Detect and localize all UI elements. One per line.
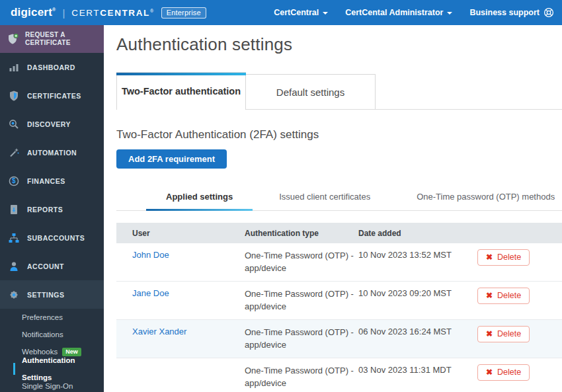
authentication-type-cell: One-Time Password (OTP) -app/device xyxy=(245,326,358,351)
sidebar-item-label: AUTOMATION xyxy=(27,149,77,157)
user-link[interactable]: John Doe xyxy=(132,250,169,260)
table-row: Xavier Xander One-Time Password (OTP) -a… xyxy=(116,320,562,358)
sidebar-item-automation[interactable]: AUTOMATION xyxy=(0,138,104,167)
table-header: User Authentication type Date added xyxy=(116,223,562,243)
add-2fa-requirement-button[interactable]: Add 2FA requirement xyxy=(116,149,227,169)
sidebar-item-reports[interactable]: REPORTS xyxy=(0,195,104,223)
subtab-otp-methods[interactable]: One-Time password (OTP) methods xyxy=(397,186,562,210)
top-header: digicert® | CERTCENTRAL® Enterprise Cert… xyxy=(0,0,562,25)
certcentral-logo: CERTCENTRAL® xyxy=(71,8,154,18)
sidebar-item-label: CERTIFICATES xyxy=(27,92,81,100)
account-person-icon xyxy=(8,260,20,272)
date-added-cell: 06 Nov 2023 16:24 MST xyxy=(358,326,477,336)
support-lifering-icon xyxy=(543,7,554,18)
sidebar-item-label: SUBACCOUNTS xyxy=(27,234,85,242)
tab-two-factor-authentication[interactable]: Two-Factor authentication xyxy=(116,72,246,110)
delete-button[interactable]: ✖Delete xyxy=(477,364,530,381)
enterprise-badge: Enterprise xyxy=(161,7,206,19)
shield-plus-icon xyxy=(7,33,19,45)
sidebar-subitem-single-sign-on[interactable]: Single Sign-On xyxy=(0,377,104,392)
authentication-type-cell: One-Time Password (OTP) -app/device xyxy=(245,288,358,313)
tab-bar: Two-Factor authentication Default settin… xyxy=(116,72,562,110)
subtab-issued-client-certificates[interactable]: Issued client certificates xyxy=(259,186,390,210)
business-support-label: Business support xyxy=(469,8,540,17)
reports-document-icon xyxy=(8,204,20,216)
delete-x-icon: ✖ xyxy=(486,330,493,338)
2fa-users-table: User Authentication type Date added John… xyxy=(116,223,562,392)
sidebar-item-label: SETTINGS xyxy=(27,291,65,299)
sidebar-item-label: REPORTS xyxy=(27,206,63,214)
column-header-authentication-type: Authentication type xyxy=(245,229,358,238)
delete-x-icon: ✖ xyxy=(486,253,493,261)
sidebar-item-certificates[interactable]: CERTIFICATES xyxy=(0,81,104,110)
delete-x-icon: ✖ xyxy=(486,368,493,376)
top-menu: CertCentral CertCental Administrator Bus… xyxy=(274,7,554,18)
certificates-shield-icon xyxy=(8,90,20,102)
authentication-type-cell: One-Time Password (OTP) -app/device xyxy=(245,249,358,274)
section-title: Two-Factor Authentication (2FA) settings xyxy=(116,128,562,141)
table-row: One-Time Password (OTP) -app/device 03 N… xyxy=(116,358,562,392)
sidebar-item-subaccounts[interactable]: SUBACCOUNTS xyxy=(0,223,104,252)
logo-divider: | xyxy=(62,7,65,19)
sidebar-item-label: ACCOUNT xyxy=(27,262,64,270)
sidebar-subitem-preferences[interactable]: Preferences xyxy=(0,309,104,326)
administrator-menu[interactable]: CertCental Administrator xyxy=(345,8,452,17)
certcentral-menu[interactable]: CertCentral xyxy=(274,8,328,17)
settings-subnav: Preferences Notifications Webhooks New A… xyxy=(0,309,104,392)
dashboard-bars-icon xyxy=(8,61,20,73)
certcentral-menu-label: CertCentral xyxy=(274,8,319,17)
column-header-user: User xyxy=(116,229,245,238)
tab-default-settings[interactable]: Default settings xyxy=(246,74,376,109)
chevron-down-icon xyxy=(447,12,452,15)
settings-gear-icon xyxy=(8,289,20,301)
request-certificate-button[interactable]: REQUEST A CERTIFICATE xyxy=(0,25,104,53)
finances-dollar-icon: $ xyxy=(8,175,20,187)
sidebar-subitem-authentication-settings[interactable]: Authentication Settings xyxy=(0,360,104,377)
business-support-menu[interactable]: Business support xyxy=(469,7,554,18)
administrator-menu-label: CertCental Administrator xyxy=(345,8,443,17)
table-row: John Doe One-Time Password (OTP) -app/de… xyxy=(116,243,562,282)
request-certificate-label: REQUEST A CERTIFICATE xyxy=(25,31,100,47)
subtab-bar: Applied settings Issued client certifica… xyxy=(116,186,562,211)
registered-mark: ® xyxy=(52,7,56,12)
sidebar-item-dashboard[interactable]: DASHBOARD xyxy=(0,53,104,81)
delete-x-icon: ✖ xyxy=(486,292,493,299)
main-content: Authentication settings Two-Factor authe… xyxy=(104,25,562,392)
authentication-type-cell: One-Time Password (OTP) -app/device xyxy=(245,364,358,389)
delete-button[interactable]: ✖Delete xyxy=(477,326,530,342)
automation-wand-icon xyxy=(8,147,20,159)
table-row: Jane Doe One-Time Password (OTP) -app/de… xyxy=(116,282,562,320)
sidebar-item-label: DISCOVERY xyxy=(27,120,71,128)
logo[interactable]: digicert® | CERTCENTRAL® Enterprise xyxy=(11,6,206,19)
digicert-logo: digicert® xyxy=(11,6,56,19)
delete-button[interactable]: ✖Delete xyxy=(477,288,530,304)
sidebar-subitem-notifications[interactable]: Notifications xyxy=(0,326,104,343)
user-link[interactable]: Xavier Xander xyxy=(132,327,186,336)
sidebar-item-discovery[interactable]: DISCOVERY xyxy=(0,110,104,138)
page-title: Authentication settings xyxy=(116,34,562,55)
sidebar-item-label: FINANCES xyxy=(27,177,65,185)
sidebar: REQUEST A CERTIFICATE DASHBOARD CERTIFIC… xyxy=(0,25,104,392)
user-link[interactable]: Jane Doe xyxy=(132,288,169,298)
sidebar-item-finances[interactable]: $ FINANCES xyxy=(0,167,104,195)
delete-button[interactable]: ✖Delete xyxy=(477,249,530,266)
sidebar-item-account[interactable]: ACCOUNT xyxy=(0,252,104,280)
discovery-magnifier-icon xyxy=(8,118,20,130)
date-added-cell: 03 Nov 2023 11:31 MDT xyxy=(358,364,477,375)
date-added-cell: 10 Nov 2023 09:20 MST xyxy=(358,288,477,298)
date-added-cell: 10 Nov 2023 13:52 MST xyxy=(358,249,477,260)
svg-text:$: $ xyxy=(12,177,16,184)
column-header-date-added: Date added xyxy=(358,229,477,238)
sidebar-item-label: DASHBOARD xyxy=(27,63,75,71)
subtab-applied-settings[interactable]: Applied settings xyxy=(146,186,253,210)
subaccounts-hierarchy-icon xyxy=(8,232,20,244)
chevron-down-icon xyxy=(323,12,328,15)
sidebar-item-settings[interactable]: SETTINGS xyxy=(0,280,104,309)
